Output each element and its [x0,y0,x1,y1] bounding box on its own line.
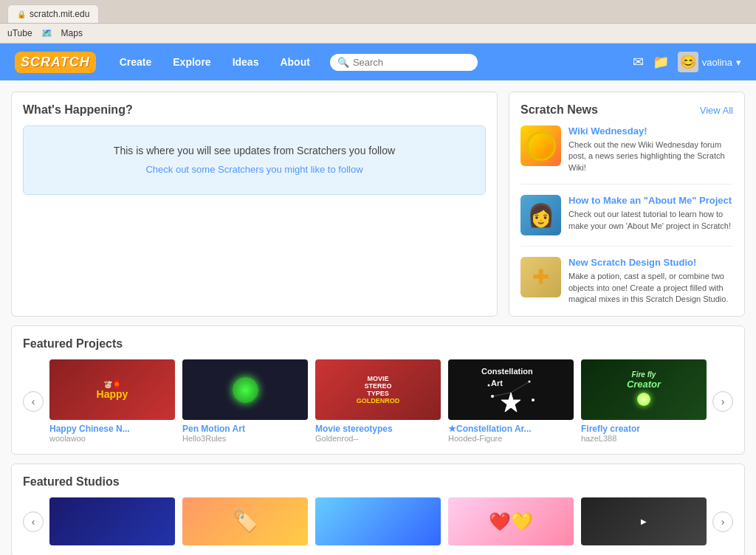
aboutme-avatar: 👩 [527,202,554,228]
view-all-link[interactable]: View All [700,105,733,116]
svg-line-8 [511,382,529,393]
project-card-4[interactable]: Fire flyCreator Firefly creator hazeL388 [581,359,707,443]
browser-tab[interactable]: 🔒 scratch.mit.edu [7,4,99,23]
studio-thumb-2 [315,497,441,545]
svg-marker-2 [501,393,520,412]
projects-next-button[interactable]: › [712,391,733,412]
studio-card-0[interactable] [49,497,175,545]
nav-explore[interactable]: Explore [164,50,219,74]
news-title-3[interactable]: New Scratch Design Studio! [568,257,733,268]
studio-card-4[interactable]: ▶ [581,497,707,545]
svg-point-6 [488,385,490,387]
user-avatar: 😊 [678,52,698,72]
whats-happening-panel: What's Happening? This is where you will… [11,92,498,317]
project-card-2[interactable]: MOVIESTEREOTYPESGOLDENROD Movie stereoty… [315,359,441,443]
nav-ideas[interactable]: Ideas [224,50,268,74]
firefly-text: Fire flyCreator [627,370,661,409]
project-name-4[interactable]: Firefly creator [581,424,707,434]
activity-placeholder: This is where you will see updates from … [23,125,486,195]
studio-cards: 🏷️ ❤️💛 ▶ [49,497,707,545]
browser-chrome: 🔒 scratch.mit.edu uTube 🗺️ Maps [0,0,756,44]
project-name-3[interactable]: ★Constellation Ar... [448,424,574,434]
svg-text:Constellation: Constellation [481,367,533,376]
project-author-4: hazeL388 [581,434,707,443]
news-header: Scratch News View All [520,103,733,117]
project-thumb-2: MOVIESTEREOTYPESGOLDENROD [315,359,441,420]
bookmark-youtube[interactable]: uTube [7,28,32,38]
svg-point-5 [532,399,535,401]
news-item-2: 👩 How to Make an "About Me" Project Chec… [520,195,733,247]
news-title-1[interactable]: Wiki Wednesday! [568,125,733,137]
search-icon: 🔍 [337,57,349,68]
featured-studios-panel: Featured Studios ‹ 🏷️ ❤️💛 [11,463,745,555]
browser-bookmarks: uTube 🗺️ Maps [7,28,83,38]
lock-icon: 🔒 [17,10,26,18]
studios-prev-button[interactable]: ‹ [23,511,44,532]
news-title: Scratch News [520,103,598,117]
news-desc-2: Check out our latest tutorial to learn h… [568,209,733,232]
studio-card-2[interactable] [315,497,441,545]
studio-thumb-0 [49,497,175,545]
project-thumb-1 [182,359,308,420]
search-input[interactable] [353,57,470,68]
username-label: vaolina [702,57,732,68]
browser-toolbar: uTube 🗺️ Maps [0,24,756,44]
pen-circle [233,377,258,403]
news-content-3: New Scratch Design Studio! Make a potion… [568,257,733,305]
design-icon: ✚ [532,265,549,289]
nav-links: Create Explore Ideas About [111,50,319,74]
user-menu[interactable]: 😊 vaolina ▾ [678,52,741,72]
search-bar: 🔍 [330,54,478,71]
studio-thumb-4: ▶ [581,497,707,545]
news-title-2[interactable]: How to Make an "About Me" Project [568,195,733,206]
project-card-3[interactable]: Constellation Art ★Constellation Ar... [448,359,574,443]
scratch-logo[interactable]: SCRATCH [15,52,96,73]
bookmark-maps[interactable]: Maps [61,28,83,38]
project-card-1[interactable]: Pen Motion Art Hello3Rules [182,359,308,443]
maps-icon: 🗺️ [41,28,52,38]
studios-row: ‹ 🏷️ ❤️💛 [23,497,733,545]
top-section: What's Happening? This is where you will… [11,92,745,317]
nav-create[interactable]: Create [111,50,161,74]
folder-icon[interactable]: 📁 [653,54,669,70]
constellation-svg: Constellation Art [478,359,544,420]
news-item-3: ✚ New Scratch Design Studio! Make a poti… [520,257,733,305]
user-dropdown-icon: ▾ [736,57,741,68]
news-desc-1: Check out the new Wiki Wednesday forum p… [568,139,733,173]
main-content: What's Happening? This is where you will… [0,80,756,555]
project-card-0[interactable]: 🐮🧧Happy Happy Chinese N... woolawoo [49,359,175,443]
featured-projects-row: ‹ 🐮🧧Happy Happy Chinese N... woolawoo [23,359,733,443]
project-name-2[interactable]: Movie stereotypes [315,424,441,434]
project-author-1: Hello3Rules [182,434,308,443]
featured-studios-title: Featured Studios [23,475,733,489]
studio-thumb-1: 🏷️ [182,497,308,545]
projects-prev-button[interactable]: ‹ [23,391,44,412]
scratchers-link[interactable]: Check out some Scratchers you might like… [145,164,362,175]
movie-text: MOVIESTEREOTYPESGOLDENROD [357,375,400,404]
studio-card-1[interactable]: 🏷️ [182,497,308,545]
scratch-news-panel: Scratch News View All Wiki Wednesday! Ch… [509,92,745,317]
studio-card-3[interactable]: ❤️💛 [448,497,574,545]
project-name-1[interactable]: Pen Motion Art [182,424,308,434]
scratch-navbar: SCRATCH Create Explore Ideas About 🔍 ✉ 📁… [0,44,756,80]
activity-placeholder-text: This is where you will see updates from … [35,145,474,156]
nav-about[interactable]: About [271,50,318,74]
news-content-1: Wiki Wednesday! Check out the new Wiki W… [568,125,733,173]
whats-happening-title: What's Happening? [23,103,486,117]
featured-projects-title: Featured Projects [23,337,733,351]
project-author-0: woolawoo [49,434,175,443]
svg-text:Art: Art [491,379,503,387]
news-thumb-2: 👩 [520,195,561,235]
news-desc-3: Make a potion, cast a spell, or combine … [568,271,733,305]
news-thumb-3: ✚ [520,257,561,297]
messages-icon[interactable]: ✉ [633,54,644,70]
project-name-0[interactable]: Happy Chinese N... [49,424,175,434]
studios-next-button[interactable]: › [712,511,733,532]
project-thumb-4: Fire flyCreator [581,359,707,420]
nav-icons: ✉ 📁 😊 vaolina ▾ [633,52,741,72]
news-item-1: Wiki Wednesday! Check out the new Wiki W… [520,125,733,185]
svg-line-7 [492,393,511,396]
featured-projects-panel: Featured Projects ‹ 🐮🧧Happy Happy Chines… [11,325,745,455]
project-thumb-3: Constellation Art [448,359,574,420]
news-thumb-1 [520,125,561,166]
